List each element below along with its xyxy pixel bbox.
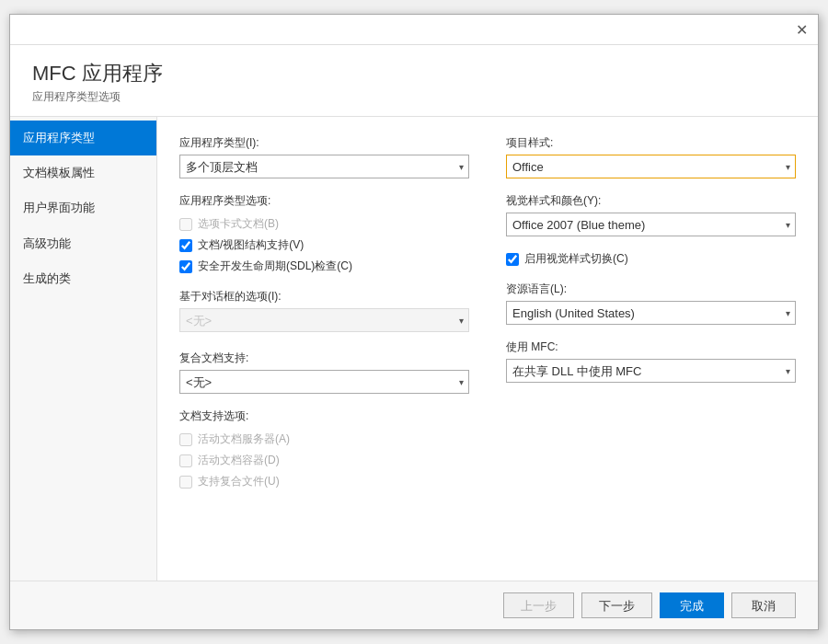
checkbox-active-doc-container: 活动文档容器(D) <box>179 453 469 468</box>
checkbox-tab-docs-input[interactable] <box>179 218 192 231</box>
sidebar-item-app-type[interactable]: 应用程序类型 <box>10 121 156 155</box>
sidebar-item-doc-template[interactable]: 文档模板属性 <box>10 155 156 190</box>
checkbox-tab-docs-label: 选项卡式文档(B) <box>198 216 279 232</box>
resource-lang-group: 资源语言(L): English (United States) Chinese… <box>506 282 796 325</box>
resource-lang-label: 资源语言(L): <box>506 282 796 297</box>
finish-button[interactable]: 完成 <box>660 592 724 618</box>
use-mfc-label: 使用 MFC: <box>506 339 796 355</box>
use-mfc-select[interactable]: 在共享 DLL 中使用 MFC 在静态库中使用 MFC <box>506 359 796 383</box>
checkbox-enable-visual: 启用视觉样式切换(C) <box>506 251 796 267</box>
visual-style-select[interactable]: Office 2007 (Blue theme) Office 2007 (Si… <box>506 213 796 236</box>
doc-support-label: 文档支持选项: <box>179 408 469 424</box>
dialog-base-group: 基于对话框的选项(I): <无> ▾ <box>179 289 469 332</box>
dialog-base-select[interactable]: <无> <box>179 308 469 332</box>
project-style-select[interactable]: Office MFC 标准 Visual Studio Windows 本机/默… <box>506 155 796 178</box>
dialog-base-label: 基于对话框的选项(I): <box>179 289 469 305</box>
checkbox-active-doc-container-label: 活动文档容器(D) <box>198 453 280 468</box>
sidebar-item-advanced[interactable]: 高级功能 <box>10 226 156 261</box>
content-area: 应用程序类型(I): 多个顶层文档 单个文档 多个文档 基于对话框 ▾ 应用程序… <box>157 117 818 581</box>
checkbox-enable-visual-label: 启用视觉样式切换(C) <box>524 251 628 267</box>
dialog-body: 应用程序类型 文档模板属性 用户界面功能 高级功能 生成的类 应用程序类型(I)… <box>10 117 818 581</box>
visual-style-select-wrapper: Office 2007 (Blue theme) Office 2007 (Si… <box>506 213 796 236</box>
checkbox-doc-view: 文档/视图结构支持(V) <box>179 237 469 253</box>
compound-select[interactable]: <无> 容器 最小服务器 完整服务器 容器/服务器 <box>179 370 469 394</box>
title-bar: ✕ <box>10 15 818 45</box>
checkbox-compound-files: 支持复合文件(U) <box>179 474 469 489</box>
project-style-select-wrapper: Office MFC 标准 Visual Studio Windows 本机/默… <box>506 155 796 178</box>
compound-group: 复合文档支持: <无> 容器 最小服务器 完整服务器 容器/服务器 ▾ <box>179 351 469 394</box>
dialog-base-select-wrapper: <无> ▾ <box>179 308 469 332</box>
resource-lang-select-wrapper: English (United States) Chinese (Simplif… <box>506 301 796 325</box>
checkbox-compound-files-label: 支持复合文件(U) <box>198 474 280 489</box>
checkbox-enable-visual-input[interactable] <box>506 253 519 266</box>
dialog-header: MFC 应用程序 应用程序类型选项 <box>10 45 818 117</box>
doc-support-group: 文档支持选项: 活动文档服务器(A) 活动文档容器(D) 支持复合文件(U <box>179 408 469 489</box>
left-panel: 应用程序类型(I): 多个顶层文档 单个文档 多个文档 基于对话框 ▾ 应用程序… <box>179 135 469 562</box>
checkbox-sdl-label: 安全开发生命周期(SDL)检查(C) <box>198 259 352 274</box>
app-type-select[interactable]: 多个顶层文档 单个文档 多个文档 基于对话框 <box>179 155 469 178</box>
app-type-group: 应用程序类型(I): 多个顶层文档 单个文档 多个文档 基于对话框 ▾ <box>179 135 469 178</box>
use-mfc-group: 使用 MFC: 在共享 DLL 中使用 MFC 在静态库中使用 MFC ▾ <box>506 339 796 383</box>
checkbox-active-doc-server: 活动文档服务器(A) <box>179 431 469 447</box>
next-button[interactable]: 下一步 <box>581 592 652 618</box>
close-button[interactable]: ✕ <box>792 20 811 39</box>
use-mfc-select-wrapper: 在共享 DLL 中使用 MFC 在静态库中使用 MFC ▾ <box>506 359 796 383</box>
doc-support-checkboxes: 活动文档服务器(A) 活动文档容器(D) 支持复合文件(U) <box>179 431 469 489</box>
checkbox-sdl: 安全开发生命周期(SDL)检查(C) <box>179 259 469 274</box>
dialog-footer: 上一步 下一步 完成 取消 <box>10 581 818 629</box>
checkbox-active-doc-server-input[interactable] <box>179 433 192 446</box>
app-type-checkboxes: 选项卡式文档(B) 文档/视图结构支持(V) 安全开发生命周期(SDL)检查(C… <box>179 216 469 274</box>
main-dialog: ✕ MFC 应用程序 应用程序类型选项 应用程序类型 文档模板属性 用户界面功能… <box>9 14 819 630</box>
sidebar-item-generated-classes[interactable]: 生成的类 <box>10 261 156 296</box>
compound-select-wrapper: <无> 容器 最小服务器 完整服务器 容器/服务器 ▾ <box>179 370 469 394</box>
sidebar-item-ui-features[interactable]: 用户界面功能 <box>10 190 156 225</box>
project-style-label: 项目样式: <box>506 135 796 151</box>
app-type-options-group: 应用程序类型选项: 选项卡式文档(B) 文档/视图结构支持(V) 安全开发 <box>179 193 469 274</box>
app-type-select-wrapper: 多个顶层文档 单个文档 多个文档 基于对话框 ▾ <box>179 155 469 178</box>
dialog-title: MFC 应用程序 <box>32 60 796 87</box>
sidebar: 应用程序类型 文档模板属性 用户界面功能 高级功能 生成的类 <box>10 117 157 581</box>
checkbox-active-doc-container-input[interactable] <box>179 454 192 467</box>
checkbox-active-doc-server-label: 活动文档服务器(A) <box>198 431 290 447</box>
compound-label: 复合文档支持: <box>179 351 469 366</box>
checkbox-tab-docs: 选项卡式文档(B) <box>179 216 469 232</box>
visual-style-group: 视觉样式和颜色(Y): Office 2007 (Blue theme) Off… <box>506 193 796 236</box>
visual-style-label: 视觉样式和颜色(Y): <box>506 193 796 209</box>
checkbox-doc-view-label: 文档/视图结构支持(V) <box>198 237 304 253</box>
cancel-button[interactable]: 取消 <box>731 592 796 618</box>
enable-visual-group: 启用视觉样式切换(C) <box>506 251 796 267</box>
app-type-label: 应用程序类型(I): <box>179 135 469 151</box>
checkbox-compound-files-input[interactable] <box>179 476 192 489</box>
checkbox-doc-view-input[interactable] <box>179 239 192 252</box>
right-panel: 项目样式: Office MFC 标准 Visual Studio Window… <box>506 135 796 562</box>
prev-button[interactable]: 上一步 <box>503 592 574 618</box>
checkbox-sdl-input[interactable] <box>179 260 192 273</box>
app-type-options-label: 应用程序类型选项: <box>179 193 469 209</box>
resource-lang-select[interactable]: English (United States) Chinese (Simplif… <box>506 301 796 325</box>
dialog-subtitle: 应用程序类型选项 <box>32 89 796 105</box>
project-style-group: 项目样式: Office MFC 标准 Visual Studio Window… <box>506 135 796 178</box>
